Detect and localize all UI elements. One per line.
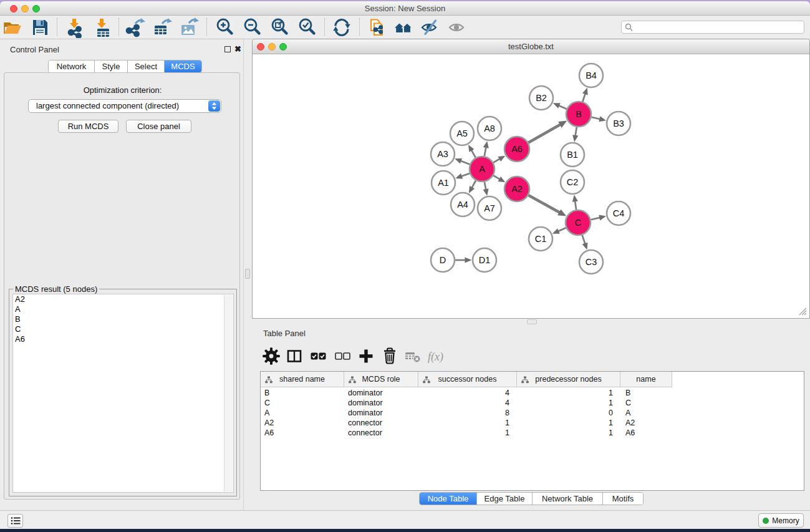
network-minimize-button[interactable]: [268, 43, 276, 51]
cell-A6-name[interactable]: A6: [625, 428, 672, 438]
cell-B-shared-name[interactable]: B: [264, 388, 343, 398]
edge-C-C2[interactable]: [575, 200, 576, 210]
edge-C-C1[interactable]: [557, 228, 566, 231]
delete-table-button[interactable]: [400, 344, 424, 368]
edge-A-A7[interactable]: [485, 182, 486, 190]
control-panel-float-icon[interactable]: [224, 46, 231, 52]
zoom-selected-button[interactable]: [296, 17, 319, 38]
tab-network[interactable]: Network: [49, 60, 95, 72]
edge-C-C4[interactable]: [591, 218, 601, 220]
edge-A-A4[interactable]: [471, 180, 476, 188]
cell-A6-shared-name[interactable]: A6: [264, 428, 343, 438]
cell-A2-MCDS-role[interactable]: connector: [348, 418, 417, 428]
cell-A2-predecessor-nodes[interactable]: 1: [517, 418, 613, 428]
first-neighbors-button[interactable]: [392, 17, 415, 38]
control-panel-close-icon[interactable]: ✖: [234, 46, 241, 53]
delete-columns-button[interactable]: [378, 344, 402, 368]
result-item[interactable]: A2: [13, 294, 233, 304]
search-input[interactable]: [635, 22, 801, 32]
cell-B-MCDS-role[interactable]: dominator: [348, 388, 417, 398]
mcds-result-list[interactable]: A2ABCA6: [12, 294, 234, 493]
tab-mcds[interactable]: MCDS: [165, 60, 201, 72]
edge-A-A1[interactable]: [461, 173, 470, 177]
cell-C-shared-name[interactable]: C: [264, 398, 343, 408]
cell-B-successor-nodes[interactable]: 4: [418, 388, 509, 398]
task-history-button[interactable]: [7, 514, 23, 528]
network-close-button[interactable]: [257, 43, 264, 51]
edge-A2-C[interactable]: [528, 195, 560, 213]
select-all-rows-button[interactable]: [306, 344, 330, 368]
edge-A-A3[interactable]: [460, 161, 470, 165]
cell-C-name[interactable]: C: [625, 398, 672, 408]
cell-A-shared-name[interactable]: A: [264, 408, 343, 418]
open-session-button[interactable]: [1, 17, 24, 38]
cell-A6-MCDS-role[interactable]: connector: [348, 428, 417, 438]
column-header-shared-name[interactable]: shared name: [261, 372, 344, 387]
run-mcds-button[interactable]: Run MCDS: [58, 120, 118, 133]
export-network-button[interactable]: [125, 17, 147, 38]
result-list-scrollbar[interactable]: [224, 295, 233, 491]
network-canvas[interactable]: AA1A2A3A4A5A6A7A8BB1B2B3B4CC1C2C3C4DD1: [253, 55, 809, 318]
edge-B-B3[interactable]: [591, 117, 600, 120]
cell-A2-name[interactable]: A2: [625, 418, 672, 428]
cell-A2-successor-nodes[interactable]: 1: [418, 418, 509, 428]
resize-grip-icon[interactable]: [796, 304, 807, 316]
app-titlebar[interactable]: Session: New Session: [0, 1, 810, 16]
edge-A-A8[interactable]: [485, 147, 486, 156]
edge-C-C3[interactable]: [582, 235, 586, 244]
column-header-name[interactable]: name: [620, 372, 672, 387]
create-column-button[interactable]: [354, 344, 378, 368]
tab-node-table[interactable]: Node Table: [420, 493, 477, 505]
result-item[interactable]: A6: [13, 334, 233, 344]
tab-motifs[interactable]: Motifs: [603, 493, 643, 505]
import-network-button[interactable]: [64, 17, 87, 38]
cell-A2-shared-name[interactable]: A2: [264, 418, 343, 428]
cell-B-predecessor-nodes[interactable]: 1: [517, 388, 613, 398]
close-window-button[interactable]: [10, 5, 17, 12]
cell-C-MCDS-role[interactable]: dominator: [348, 398, 417, 408]
edge-B-B1[interactable]: [576, 127, 577, 137]
zoom-in-button[interactable]: [214, 17, 236, 38]
column-header-successor-nodes[interactable]: successor nodes: [418, 372, 517, 387]
tab-style[interactable]: Style: [95, 60, 128, 72]
table-options-button[interactable]: [259, 344, 283, 368]
cell-A-MCDS-role[interactable]: dominator: [348, 408, 417, 418]
vertical-split-grip[interactable]: [245, 269, 250, 279]
show-column-panel-button[interactable]: [282, 344, 306, 368]
cell-A6-predecessor-nodes[interactable]: 1: [517, 428, 613, 438]
edge-B-B4[interactable]: [582, 93, 586, 102]
memory-button[interactable]: Memory: [758, 513, 804, 528]
deselect-all-rows-button[interactable]: [330, 344, 354, 368]
cell-A-successor-nodes[interactable]: 8: [418, 408, 509, 418]
result-item[interactable]: C: [13, 324, 233, 334]
node-table[interactable]: shared name MCDS role successor nodes pr…: [260, 371, 804, 491]
cell-C-successor-nodes[interactable]: 4: [418, 398, 509, 408]
network-window-titlebar[interactable]: testGlobe.txt: [253, 39, 809, 54]
cell-A-name[interactable]: A: [625, 408, 672, 418]
horizontal-split-grip[interactable]: [527, 319, 537, 324]
cell-C-predecessor-nodes[interactable]: 1: [517, 398, 613, 408]
hide-selected-button[interactable]: [419, 17, 441, 38]
column-header-MCDS-role[interactable]: MCDS role: [344, 372, 418, 387]
column-header-predecessor-nodes[interactable]: predecessor nodes: [517, 372, 620, 387]
minimize-window-button[interactable]: [21, 5, 29, 12]
tab-select[interactable]: Select: [128, 60, 165, 72]
function-builder-button[interactable]: f(x): [425, 344, 448, 368]
refresh-button[interactable]: [330, 17, 353, 38]
tab-network-table[interactable]: Network Table: [533, 493, 603, 505]
cell-A6-successor-nodes[interactable]: 1: [418, 428, 509, 438]
zoom-fit-button[interactable]: [269, 17, 291, 38]
tab-edge-table[interactable]: Edge Table: [477, 493, 533, 505]
optimization-criterion-select[interactable]: largest connected component (directed): [28, 99, 221, 113]
edge-A6-B[interactable]: [528, 124, 561, 143]
cell-B-name[interactable]: B: [625, 388, 672, 398]
combo-stepper-icon[interactable]: [208, 100, 220, 112]
search-box[interactable]: [621, 21, 804, 34]
new-network-from-selection-button[interactable]: [365, 17, 388, 38]
save-session-button[interactable]: [29, 17, 51, 38]
edge-B-B2[interactable]: [558, 105, 567, 109]
cell-A-predecessor-nodes[interactable]: 0: [517, 408, 613, 418]
network-maximize-button[interactable]: [279, 43, 287, 51]
result-item[interactable]: B: [13, 314, 233, 324]
close-panel-button[interactable]: Close panel: [126, 120, 191, 133]
